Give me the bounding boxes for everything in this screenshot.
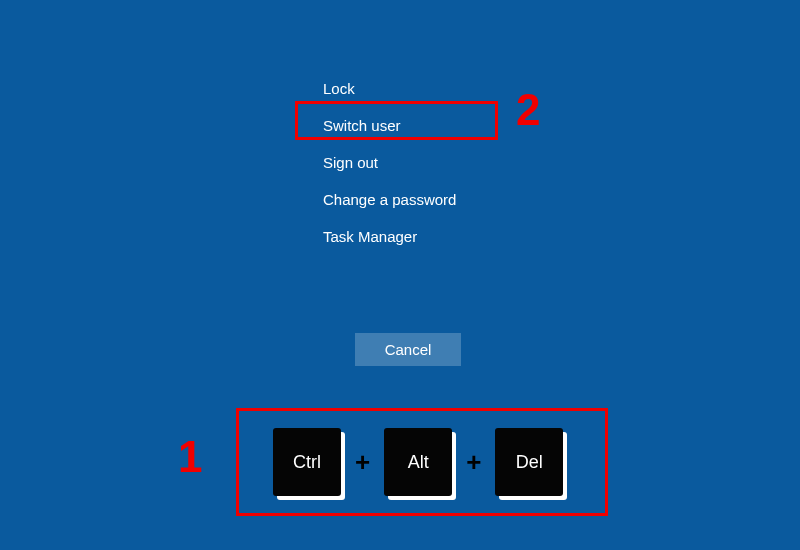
plus-icon: + — [351, 447, 374, 478]
annotation-number-1: 1 — [178, 432, 202, 482]
plus-icon: + — [462, 447, 485, 478]
menu-item-change-password[interactable]: Change a password — [313, 181, 466, 218]
menu-item-switch-user[interactable]: Switch user — [313, 107, 466, 144]
menu-item-task-manager[interactable]: Task Manager — [313, 218, 466, 255]
menu-item-lock[interactable]: Lock — [313, 70, 466, 107]
key-del: Del — [495, 428, 563, 496]
cancel-button[interactable]: Cancel — [355, 333, 461, 366]
key-ctrl: Ctrl — [273, 428, 341, 496]
key-alt: Alt — [384, 428, 452, 496]
keyboard-shortcut: Ctrl + Alt + Del — [273, 428, 563, 496]
security-options-menu: Lock Switch user Sign out Change a passw… — [313, 70, 466, 255]
annotation-number-2: 2 — [516, 85, 540, 135]
menu-item-sign-out[interactable]: Sign out — [313, 144, 466, 181]
